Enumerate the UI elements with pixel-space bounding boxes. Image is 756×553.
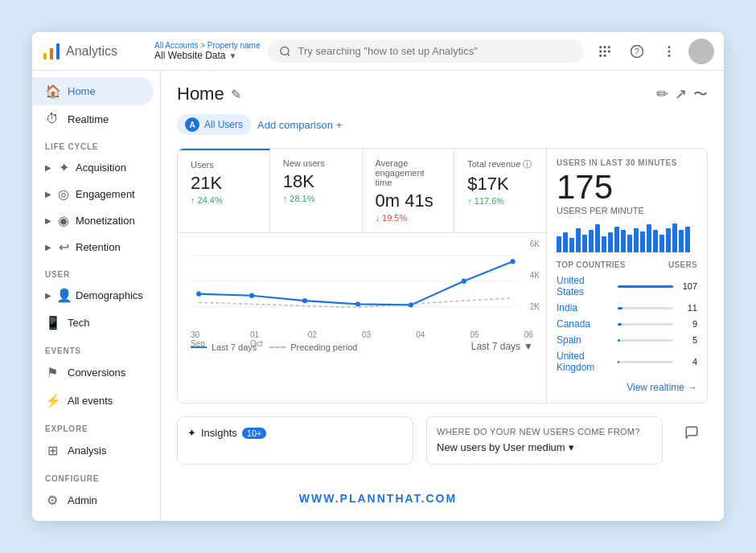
bar-mini [640,231,645,252]
tech-label: Tech [68,317,89,329]
metric-new-users-value: 18K [283,171,349,192]
sidebar-realtime-label: Realtime [68,113,109,125]
sidebar-item-tech[interactable]: 📱 Tech [32,309,154,337]
compare-icon[interactable]: 〜 [693,84,708,104]
chart-y-6k: 6K [530,240,540,248]
bar-mini [557,236,561,252]
all-users-chip[interactable]: A All Users [177,114,251,135]
chart-y-2k: 2K [530,302,540,311]
acquisition-icon: ✦ [56,160,71,175]
country-row: United States 107 [557,272,697,300]
svg-point-24 [355,301,360,306]
chart-label-06: 06 [524,330,533,348]
country-name[interactable]: Canada [557,318,613,330]
svg-rect-7 [608,46,610,48]
sidebar-item-retention[interactable]: ▶ ↩ Retention [32,234,160,260]
country-bar-fill [618,339,620,342]
more-icon-btn[interactable] [656,39,682,64]
top-bar: Analytics All Accounts > Property name A… [32,32,724,71]
svg-rect-9 [604,50,606,52]
sidebar-item-monetization[interactable]: ▶ ◉ Monetization [32,207,160,234]
top-bar-icons: ? [592,39,714,64]
user-avatar[interactable] [688,39,714,64]
sidebar-item-realtime[interactable]: ⏱ Realtime [32,105,154,133]
sidebar-item-engagement[interactable]: ▶ ◎ Engagement [32,181,160,207]
metric-users-label: Users [191,160,257,170]
expand-arrow: ▶ [45,163,51,172]
country-row: India 11 [557,300,697,316]
allevents-icon: ⚡ [45,393,60,408]
bar-mini [576,228,581,252]
chart-label-sep30: 30Sep [191,330,205,348]
allevents-label: All events [68,395,113,407]
help-icon-btn[interactable]: ? [624,39,650,64]
chart-area: 6K 4K 2K [178,233,546,338]
add-comparison-plus: + [336,119,343,131]
engagement-label: Engagement [76,188,135,200]
analysis-label: Analysis [68,444,106,457]
content-header: Home ✎ ✏ ↗ 〜 [177,84,708,104]
sidebar-item-home[interactable]: 🏠 Home [32,77,154,105]
tech-icon: 📱 [45,315,60,330]
view-realtime-arrow: → [688,382,697,393]
edit-icon[interactable]: ✎ [231,87,241,102]
svg-rect-8 [599,50,602,52]
search-input[interactable] [298,45,573,57]
filter-row: A All Users Add comparison + [177,114,708,135]
realtime-subtitle: USERS PER MINUTE [557,206,697,215]
bar-mini [589,230,594,252]
users-source-dropdown-arrow: ▾ [569,441,574,453]
page-title-row: Home ✎ [177,84,241,104]
share-icon[interactable]: ↗ [675,85,687,103]
chip-circle: A [185,117,199,132]
logo-text: Analytics [66,44,117,59]
breadcrumb-bottom[interactable]: All Website Data ▼ [154,50,260,61]
metric-engagement[interactable]: Average engagement time 0m 41s ↓ 19.5% [363,149,455,232]
bottom-section: ✦ Insights 10+ WHERE DO YOUR NEW USERS C… [177,416,708,465]
country-name[interactable]: India [557,302,613,313]
expand-arrow5: ▶ [45,291,51,300]
logo-area: Analytics [42,42,146,61]
search-bar[interactable] [268,40,584,63]
chart-label-oct1: 01Oct [250,330,263,348]
country-bar-fill [618,307,623,309]
apps-icon-btn[interactable] [592,39,618,64]
sidebar-item-conversions[interactable]: ⚑ Conversions [32,358,154,387]
metric-users[interactable]: Users 21K ↑ 24.4% [178,149,270,232]
svg-line-4 [288,53,290,55]
svg-rect-0 [43,53,47,59]
realtime-title: USERS IN LAST 30 MINUTES [557,158,697,167]
users-source-dropdown[interactable]: New users by User medium ▾ [437,441,652,453]
country-name[interactable]: United States [557,275,613,297]
sidebar-item-analysis[interactable]: ⊞ Analysis [32,436,154,465]
metric-engagement-label: Average engagement time [376,158,442,187]
customize-icon[interactable]: ✏ [656,85,668,103]
watermark-text: WWW.PLANNTHAT.COM [299,492,457,505]
metric-new-users-change: ↑ 28.1% [283,194,349,203]
footer-watermark: WWW.PLANNTHAT.COM [0,492,756,505]
chart-x-labels: 30Sep 01Oct 02 03 04 05 06 [191,330,533,351]
more-icon [662,44,676,59]
apps-icon [598,44,612,59]
bar-mini [595,224,600,252]
svg-rect-10 [608,50,610,52]
country-row: United Kingdom 4 [557,348,697,375]
metric-new-users[interactable]: New users 18K ↑ 28.1% [270,149,363,232]
chart-label-05: 05 [470,330,479,348]
chat-icon-btn[interactable] [679,420,705,445]
svg-point-17 [668,54,671,56]
country-name[interactable]: Spain [557,334,613,346]
insights-badge: 10+ [242,428,267,439]
add-comparison-btn[interactable]: Add comparison + [257,119,343,131]
country-name[interactable]: United Kingdom [557,350,613,373]
svg-point-25 [409,302,413,307]
chart-label-03: 03 [362,330,371,348]
sidebar-item-allevents[interactable]: ⚡ All events [32,387,154,415]
metric-revenue[interactable]: Total revenue ⓘ $17K ↑ 117.6% [454,149,546,232]
country-bar-fill [618,323,622,326]
sidebar-item-acquisition[interactable]: ▶ ✦ Acquisition [32,154,160,181]
view-realtime-link[interactable]: View realtime → [557,382,697,393]
conversions-label: Conversions [68,367,125,379]
chart-label-02: 02 [308,330,317,348]
sidebar-item-demographics[interactable]: ▶ 👤 Demographics [32,282,160,309]
